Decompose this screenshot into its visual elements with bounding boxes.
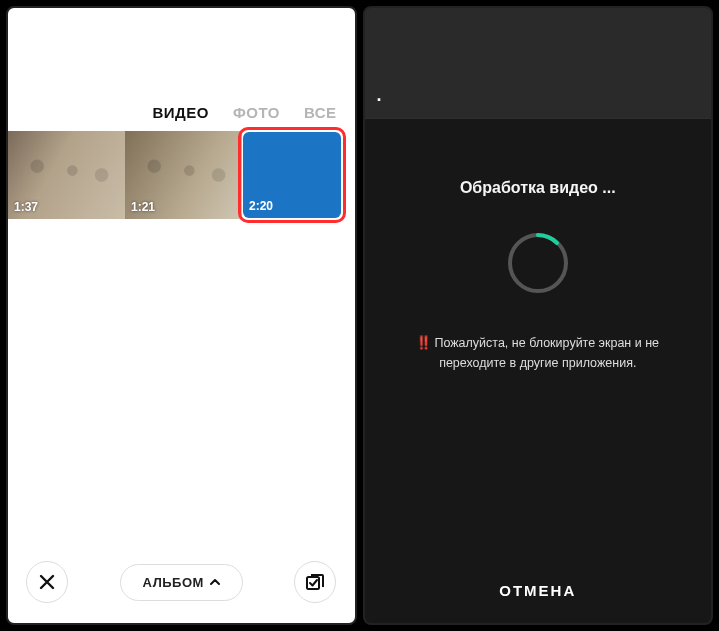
tab-video[interactable]: ВИДЕО <box>152 104 208 121</box>
video-thumb-selected[interactable]: 2:20 <box>242 131 342 219</box>
warning-icon: ‼️ <box>416 336 432 350</box>
video-duration: 1:21 <box>131 200 155 214</box>
bottom-bar: АЛЬБОМ <box>8 547 355 623</box>
album-button[interactable]: АЛЬБОМ <box>120 564 243 601</box>
warning-message: Пожалуйста, не блокируйте экран и не пер… <box>434 336 659 370</box>
processing-title: Обработка видео ... <box>460 179 616 197</box>
tab-photo[interactable]: ФОТО <box>233 104 280 121</box>
dimmed-header: . <box>365 8 712 119</box>
processing-screen: . Обработка видео ... ‼️Пожалуйста, не б… <box>363 6 714 625</box>
warning-text: ‼️Пожалуйста, не блокируйте экран и не п… <box>365 333 712 373</box>
tab-all[interactable]: ВСЕ <box>304 104 337 121</box>
close-icon <box>38 573 56 591</box>
chevron-up-icon <box>210 577 220 587</box>
multiselect-button[interactable] <box>294 561 336 603</box>
cancel-button[interactable]: ОТМЕНА <box>365 562 712 623</box>
video-thumb[interactable]: 1:21 <box>125 131 242 219</box>
album-label: АЛЬБОМ <box>143 575 204 590</box>
gallery-screen: ВИДЕО ФОТО ВСЕ 1:37 1:21 2:20 <box>6 6 357 625</box>
processing-overlay: Обработка видео ... ‼️Пожалуйста, не бло… <box>365 119 712 623</box>
header-dot: . <box>377 85 382 106</box>
thumbnail-strip: 1:37 1:21 2:20 <box>8 131 355 219</box>
video-duration: 2:20 <box>249 199 273 213</box>
svg-rect-0 <box>307 577 319 589</box>
tabs: ВИДЕО ФОТО ВСЕ <box>8 88 355 131</box>
multiselect-icon <box>305 572 325 592</box>
video-thumb[interactable]: 1:37 <box>8 131 125 219</box>
close-button[interactable] <box>26 561 68 603</box>
progress-spinner <box>502 227 574 299</box>
video-duration: 1:37 <box>14 200 38 214</box>
